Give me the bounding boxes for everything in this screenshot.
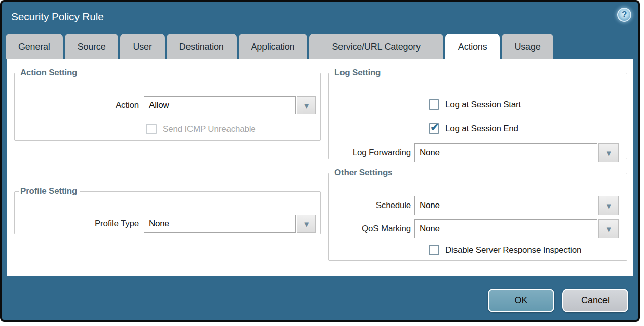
help-glyph: ? (622, 10, 627, 20)
checkmark-icon: ✔ (429, 123, 439, 134)
dialog-titlebar: Security Policy Rule ? (2, 2, 638, 33)
tab-usage[interactable]: Usage (502, 34, 553, 59)
qos-marking-dropdown-button[interactable]: ▼ (598, 219, 619, 238)
schedule-dropdown-value: None (414, 196, 597, 215)
schedule-dropdown-button[interactable]: ▼ (598, 196, 619, 215)
profile-type-dropdown-button[interactable]: ▼ (297, 215, 316, 233)
profile-type-label: Profile Type (15, 219, 139, 229)
tab-service-url-category[interactable]: Service/URL Category (309, 34, 443, 59)
log-at-session-start-checkbox[interactable]: Log at Session Start (429, 99, 521, 110)
schedule-dropdown[interactable]: None ▼ (414, 196, 619, 215)
action-dropdown[interactable]: Allow ▼ (144, 96, 316, 114)
send-icmp-row: Send ICMP Unreachable (15, 124, 320, 134)
schedule-label: Schedule (329, 200, 411, 211)
log-setting-group: Log Setting Log at Session Start ✔ Log a… (328, 68, 627, 159)
help-icon[interactable]: ? (617, 8, 631, 22)
action-label: Action (15, 100, 139, 110)
ok-button[interactable]: OK (488, 289, 554, 312)
send-icmp-unreachable-checkbox: Send ICMP Unreachable (146, 124, 256, 134)
log-forwarding-label: Log Forwarding (329, 148, 411, 158)
profile-type-dropdown[interactable]: None ▼ (144, 215, 316, 233)
checkbox-icon (146, 124, 157, 134)
checkbox-icon (429, 244, 439, 255)
log-forwarding-dropdown[interactable]: None ▼ (414, 143, 619, 162)
profile-setting-group: Profile Setting Profile Type None ▼ (14, 186, 321, 234)
tab-source[interactable]: Source (65, 34, 119, 59)
log-forwarding-row: Log Forwarding None ▼ (329, 143, 627, 162)
dialog-title: Security Policy Rule (11, 11, 104, 23)
security-policy-rule-dialog: Security Policy Rule ? General Source Us… (0, 0, 640, 322)
log-session-start-row: Log at Session Start (329, 99, 627, 110)
qos-marking-label: QoS Marking (329, 224, 411, 234)
log-at-session-end-label: Log at Session End (445, 124, 518, 134)
cancel-button[interactable]: Cancel (562, 289, 628, 312)
chevron-down-icon: ▼ (605, 201, 613, 210)
action-dropdown-value: Allow (144, 96, 296, 114)
log-forwarding-dropdown-button[interactable]: ▼ (598, 143, 619, 162)
tab-destination[interactable]: Destination (167, 34, 237, 59)
log-forwarding-dropdown-value: None (414, 143, 597, 162)
chevron-down-icon: ▼ (605, 149, 613, 157)
qos-marking-dropdown[interactable]: None ▼ (414, 219, 619, 238)
chevron-down-icon: ▼ (302, 101, 310, 110)
schedule-row: Schedule None ▼ (329, 196, 627, 215)
other-settings-group: Other Settings Schedule None ▼ QoS Marki… (328, 168, 627, 261)
log-at-session-start-label: Log at Session Start (445, 100, 521, 110)
qos-marking-dropdown-value: None (414, 219, 597, 238)
send-icmp-unreachable-label: Send ICMP Unreachable (163, 124, 256, 134)
content-panel: Action Setting Action Allow ▼ Send ICMP … (7, 59, 633, 276)
action-setting-group: Action Setting Action Allow ▼ Send ICMP … (14, 68, 321, 141)
checkbox-icon (429, 99, 439, 110)
profile-type-row: Profile Type None ▼ (15, 215, 320, 233)
action-dropdown-button[interactable]: ▼ (297, 96, 316, 114)
tab-general[interactable]: General (6, 34, 63, 59)
disable-server-response-inspection-checkbox[interactable]: Disable Server Response Inspection (429, 244, 581, 255)
chevron-down-icon: ▼ (302, 220, 310, 228)
dsri-row: Disable Server Response Inspection (329, 244, 627, 255)
chevron-down-icon: ▼ (605, 225, 613, 233)
profile-type-dropdown-value: None (144, 215, 296, 233)
tab-actions[interactable]: Actions (445, 34, 500, 59)
action-row: Action Allow ▼ (15, 96, 320, 114)
disable-server-response-inspection-label: Disable Server Response Inspection (445, 245, 581, 255)
action-setting-legend: Action Setting (19, 68, 80, 78)
tab-bar: General Source User Destination Applicat… (6, 34, 553, 59)
log-at-session-end-checkbox[interactable]: ✔ Log at Session End (429, 123, 518, 134)
qos-marking-row: QoS Marking None ▼ (329, 219, 627, 238)
tab-user[interactable]: User (120, 34, 164, 59)
log-setting-legend: Log Setting (333, 68, 384, 78)
profile-setting-legend: Profile Setting (19, 186, 80, 196)
tab-application[interactable]: Application (239, 34, 308, 59)
log-session-end-row: ✔ Log at Session End (329, 123, 627, 134)
other-settings-legend: Other Settings (333, 168, 395, 178)
